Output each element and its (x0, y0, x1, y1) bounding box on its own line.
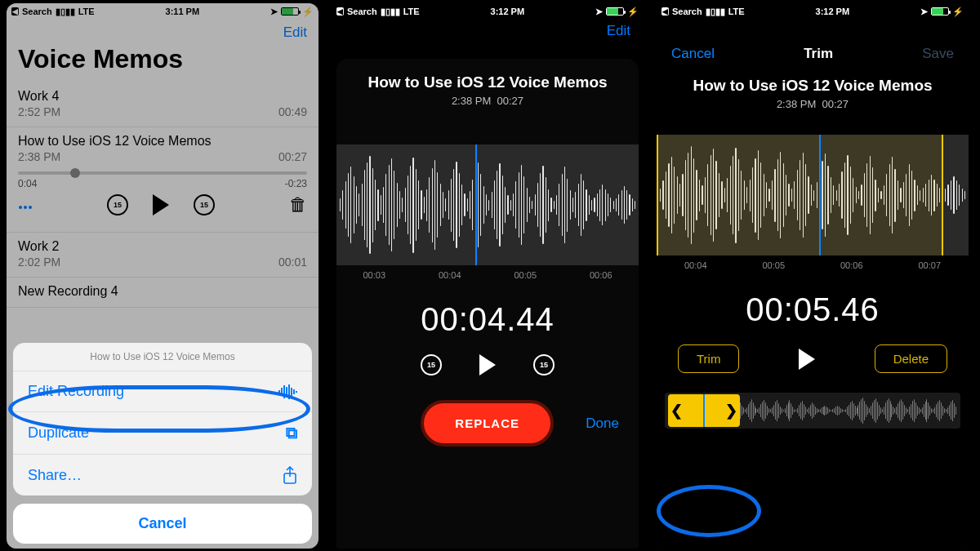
memo-row[interactable]: Work 4 2:52 PM00:49 (7, 82, 318, 127)
battery-icon (931, 7, 949, 16)
playhead[interactable] (819, 135, 821, 256)
memo-row[interactable]: New Recording 4 (7, 278, 318, 308)
edit-recording-button[interactable]: Edit Recording (13, 371, 312, 412)
back-search-chip[interactable]: ◀ (662, 7, 669, 16)
back-search-chip[interactable]: ◀ (11, 7, 19, 16)
trim-handle-left[interactable] (657, 135, 658, 256)
memo-row[interactable]: Work 2 2:02 PM00:01 (7, 233, 318, 278)
trim-grip-right[interactable]: ❯ (725, 402, 737, 420)
play-button[interactable] (479, 354, 496, 375)
memo-subinfo: 2:38 PM 00:27 (657, 98, 969, 110)
clock: 3:12 PM (816, 7, 850, 16)
mini-playhead[interactable] (703, 394, 705, 427)
sheet-title: How to Use iOS 12 Voice Memos (13, 343, 312, 371)
skip-forward-15-icon[interactable] (533, 354, 555, 375)
network-label: LTE (78, 7, 95, 16)
play-button[interactable] (153, 194, 169, 216)
save-button[interactable]: Save (922, 46, 954, 62)
charging-icon: ⚡ (627, 7, 639, 17)
clock: 3:12 PM (491, 7, 525, 16)
status-bar: ◀ Search ▮▯▮▮ LTE 3:11 PM ➤ ⚡ (7, 3, 318, 20)
skip-forward-15-icon[interactable] (194, 194, 215, 216)
signal-bars-icon: ▮▯▮▮ (706, 7, 725, 17)
waveform-display[interactable] (336, 144, 639, 265)
trim-grip-left[interactable]: ❮ (670, 402, 683, 420)
memo-title: Work 4 (18, 89, 307, 104)
edit-button[interactable]: Edit (332, 20, 644, 41)
done-button[interactable]: Done (586, 415, 619, 432)
edit-button[interactable]: Edit (7, 20, 318, 44)
play-button[interactable] (799, 349, 815, 370)
page-title: Voice Memos (7, 44, 318, 82)
signal-bars-icon: ▮▯▮▮ (56, 7, 75, 17)
skip-back-15-icon[interactable] (421, 354, 442, 375)
search-label: Search (22, 7, 52, 16)
screen-title: Trim (804, 46, 833, 62)
delete-button[interactable]: 🗑 (289, 194, 307, 216)
duplicate-icon: ⧉ (286, 424, 297, 442)
cancel-button[interactable]: Cancel (13, 504, 312, 544)
current-time: 00:05.46 (657, 291, 969, 328)
waveform-display[interactable] (657, 135, 969, 256)
action-sheet: How to Use iOS 12 Voice Memos Edit Recor… (13, 343, 312, 544)
location-icon: ➤ (920, 7, 928, 17)
memo-title: How to Use iOS 12 Voice Memos (336, 73, 639, 91)
memo-row-expanded[interactable]: How to Use iOS 12 Voice Memos 2:38 PM00:… (7, 127, 318, 233)
waveform-icon (278, 384, 297, 400)
status-bar: ◀ Search ▮▯▮▮ LTE 3:12 PM ➤ ⚡ (657, 3, 969, 20)
status-bar: ◀ Search ▮▯▮▮ LTE 3:12 PM ➤ ⚡ (332, 3, 644, 20)
skip-back-15-icon[interactable] (107, 194, 128, 216)
overview-track[interactable]: ❮ ❯ (665, 393, 960, 429)
playhead[interactable] (475, 144, 477, 265)
current-time: 00:04.44 (336, 301, 639, 338)
clock: 3:11 PM (166, 7, 200, 16)
cancel-button[interactable]: Cancel (671, 46, 715, 62)
time-ruler: 00:0300:04 00:0500:06 (336, 270, 639, 280)
share-icon (283, 466, 297, 484)
battery-icon (606, 7, 624, 16)
charging-icon: ⚡ (952, 7, 964, 17)
memo-title: How to Use iOS 12 Voice Memos (18, 134, 307, 149)
location-icon: ➤ (270, 7, 278, 17)
playback-scrubber[interactable] (18, 171, 307, 175)
annotation-highlight (657, 485, 761, 537)
memo-subinfo: 2:38 PM 00:27 (336, 95, 639, 107)
share-button[interactable]: Share… (13, 455, 312, 495)
duplicate-button[interactable]: Duplicate ⧉ (13, 412, 312, 455)
more-options-button[interactable] (18, 198, 33, 212)
time-ruler: 00:0400:05 00:0600:07 (657, 260, 969, 270)
memo-title: Work 2 (18, 239, 307, 254)
delete-button[interactable]: Delete (875, 344, 947, 373)
trim-handle-right[interactable] (942, 135, 943, 256)
location-icon: ➤ (595, 7, 603, 17)
trim-button[interactable]: Trim (678, 344, 739, 373)
scrubber-knob[interactable] (70, 168, 80, 178)
back-search-chip[interactable]: ◀ (336, 7, 344, 16)
memo-title: New Recording 4 (18, 284, 307, 299)
battery-icon (281, 7, 299, 16)
signal-bars-icon: ▮▯▮▮ (381, 7, 400, 17)
charging-icon: ⚡ (302, 7, 314, 17)
replace-button[interactable]: REPLACE (421, 400, 554, 447)
trim-selection[interactable]: ❮ ❯ (668, 394, 740, 427)
memo-title: How to Use iOS 12 Voice Memos (657, 77, 969, 95)
